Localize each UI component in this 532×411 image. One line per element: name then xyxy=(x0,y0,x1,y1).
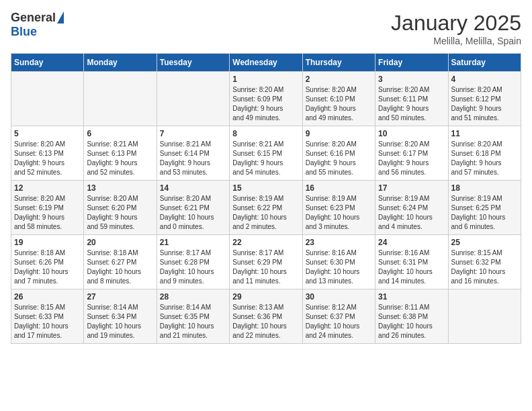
calendar-cell: 26Sunrise: 8:15 AM Sunset: 6:33 PM Dayli… xyxy=(11,289,84,344)
day-number: 15 xyxy=(232,183,299,193)
day-number: 20 xyxy=(87,238,153,247)
day-number: 5 xyxy=(14,129,81,138)
calendar-cell xyxy=(84,72,157,126)
calendar-cell: 23Sunrise: 8:16 AM Sunset: 6:30 PM Dayli… xyxy=(302,235,375,289)
cell-info: Sunrise: 8:20 AM Sunset: 6:13 PM Dayligh… xyxy=(14,140,81,177)
calendar-cell: 21Sunrise: 8:17 AM Sunset: 6:28 PM Dayli… xyxy=(157,235,229,289)
cell-info: Sunrise: 8:20 AM Sunset: 6:16 PM Dayligh… xyxy=(306,140,372,177)
calendar-cell: 30Sunrise: 8:12 AM Sunset: 6:37 PM Dayli… xyxy=(302,289,375,344)
day-number: 4 xyxy=(451,75,518,84)
day-header-wednesday: Wednesday xyxy=(230,54,302,72)
calendar-cell: 5Sunrise: 8:20 AM Sunset: 6:13 PM Daylig… xyxy=(11,126,84,181)
day-number: 19 xyxy=(14,238,81,247)
day-header-thursday: Thursday xyxy=(302,54,375,72)
cell-info: Sunrise: 8:20 AM Sunset: 6:17 PM Dayligh… xyxy=(378,140,445,177)
cell-info: Sunrise: 8:18 AM Sunset: 6:27 PM Dayligh… xyxy=(87,248,153,286)
cell-info: Sunrise: 8:21 AM Sunset: 6:15 PM Dayligh… xyxy=(232,140,299,177)
calendar-cell: 9Sunrise: 8:20 AM Sunset: 6:16 PM Daylig… xyxy=(302,126,375,181)
cell-info: Sunrise: 8:19 AM Sunset: 6:25 PM Dayligh… xyxy=(451,194,518,232)
week-row-5: 26Sunrise: 8:15 AM Sunset: 6:33 PM Dayli… xyxy=(11,289,521,344)
calendar-cell: 17Sunrise: 8:19 AM Sunset: 6:24 PM Dayli… xyxy=(375,181,448,235)
day-number: 17 xyxy=(378,183,445,193)
day-header-friday: Friday xyxy=(375,54,448,72)
cell-info: Sunrise: 8:13 AM Sunset: 6:36 PM Dayligh… xyxy=(232,303,299,340)
day-number: 2 xyxy=(306,75,372,84)
header: General Blue January 2025 Melilla, Melil… xyxy=(11,11,521,46)
cell-info: Sunrise: 8:20 AM Sunset: 6:21 PM Dayligh… xyxy=(160,194,226,232)
day-number: 31 xyxy=(378,292,445,302)
day-number: 13 xyxy=(87,183,153,193)
cell-info: Sunrise: 8:19 AM Sunset: 6:22 PM Dayligh… xyxy=(232,194,299,232)
calendar-cell: 18Sunrise: 8:19 AM Sunset: 6:25 PM Dayli… xyxy=(448,181,521,235)
calendar-cell: 16Sunrise: 8:19 AM Sunset: 6:23 PM Dayli… xyxy=(302,181,375,235)
calendar-cell: 29Sunrise: 8:13 AM Sunset: 6:36 PM Dayli… xyxy=(230,289,302,344)
day-number: 26 xyxy=(14,292,81,302)
cell-info: Sunrise: 8:15 AM Sunset: 6:32 PM Dayligh… xyxy=(451,248,518,286)
title-area: January 2025 Melilla, Melilla, Spain xyxy=(391,11,521,46)
day-number: 23 xyxy=(306,238,372,247)
calendar-cell: 11Sunrise: 8:20 AM Sunset: 6:18 PM Dayli… xyxy=(448,126,521,181)
day-number: 22 xyxy=(232,238,299,247)
day-number: 29 xyxy=(232,292,299,302)
cell-info: Sunrise: 8:21 AM Sunset: 6:13 PM Dayligh… xyxy=(87,140,153,177)
week-row-1: 1Sunrise: 8:20 AM Sunset: 6:09 PM Daylig… xyxy=(11,72,521,126)
cell-info: Sunrise: 8:21 AM Sunset: 6:14 PM Dayligh… xyxy=(160,140,226,177)
calendar-cell: 8Sunrise: 8:21 AM Sunset: 6:15 PM Daylig… xyxy=(230,126,302,181)
cell-info: Sunrise: 8:17 AM Sunset: 6:29 PM Dayligh… xyxy=(232,248,299,286)
calendar-cell: 2Sunrise: 8:20 AM Sunset: 6:10 PM Daylig… xyxy=(302,72,375,126)
day-number: 6 xyxy=(87,129,153,138)
calendar-cell: 1Sunrise: 8:20 AM Sunset: 6:09 PM Daylig… xyxy=(230,72,302,126)
day-number: 8 xyxy=(232,129,299,138)
cell-info: Sunrise: 8:20 AM Sunset: 6:18 PM Dayligh… xyxy=(451,140,518,177)
calendar-cell: 10Sunrise: 8:20 AM Sunset: 6:17 PM Dayli… xyxy=(375,126,448,181)
location-subtitle: Melilla, Melilla, Spain xyxy=(391,36,521,46)
week-row-2: 5Sunrise: 8:20 AM Sunset: 6:13 PM Daylig… xyxy=(11,126,521,181)
calendar-cell: 27Sunrise: 8:14 AM Sunset: 6:34 PM Dayli… xyxy=(84,289,157,344)
day-number: 16 xyxy=(306,183,372,193)
cell-info: Sunrise: 8:20 AM Sunset: 6:12 PM Dayligh… xyxy=(451,85,518,123)
day-header-saturday: Saturday xyxy=(448,54,521,72)
day-number: 14 xyxy=(160,183,226,193)
calendar-cell: 22Sunrise: 8:17 AM Sunset: 6:29 PM Dayli… xyxy=(230,235,302,289)
calendar-cell: 6Sunrise: 8:21 AM Sunset: 6:13 PM Daylig… xyxy=(84,126,157,181)
cell-info: Sunrise: 8:20 AM Sunset: 6:20 PM Dayligh… xyxy=(87,194,153,232)
cell-info: Sunrise: 8:18 AM Sunset: 6:26 PM Dayligh… xyxy=(14,248,81,286)
logo: General Blue xyxy=(11,11,64,39)
calendar-cell xyxy=(157,72,229,126)
calendar-cell: 15Sunrise: 8:19 AM Sunset: 6:22 PM Dayli… xyxy=(230,181,302,235)
calendar-cell: 13Sunrise: 8:20 AM Sunset: 6:20 PM Dayli… xyxy=(84,181,157,235)
logo-general-text: General xyxy=(11,11,56,25)
day-number: 21 xyxy=(160,238,226,247)
week-row-4: 19Sunrise: 8:18 AM Sunset: 6:26 PM Dayli… xyxy=(11,235,521,289)
day-number: 9 xyxy=(306,129,372,138)
cell-info: Sunrise: 8:12 AM Sunset: 6:37 PM Dayligh… xyxy=(306,303,372,340)
calendar-cell: 14Sunrise: 8:20 AM Sunset: 6:21 PM Dayli… xyxy=(157,181,229,235)
calendar-cell: 20Sunrise: 8:18 AM Sunset: 6:27 PM Dayli… xyxy=(84,235,157,289)
cell-info: Sunrise: 8:20 AM Sunset: 6:11 PM Dayligh… xyxy=(378,85,445,123)
calendar-cell: 31Sunrise: 8:11 AM Sunset: 6:38 PM Dayli… xyxy=(375,289,448,344)
cell-info: Sunrise: 8:17 AM Sunset: 6:28 PM Dayligh… xyxy=(160,248,226,286)
week-row-3: 12Sunrise: 8:20 AM Sunset: 6:19 PM Dayli… xyxy=(11,181,521,235)
cell-info: Sunrise: 8:16 AM Sunset: 6:30 PM Dayligh… xyxy=(306,248,372,286)
calendar-cell: 19Sunrise: 8:18 AM Sunset: 6:26 PM Dayli… xyxy=(11,235,84,289)
day-number: 10 xyxy=(378,129,445,138)
cell-info: Sunrise: 8:19 AM Sunset: 6:23 PM Dayligh… xyxy=(306,194,372,232)
calendar-cell: 7Sunrise: 8:21 AM Sunset: 6:14 PM Daylig… xyxy=(157,126,229,181)
logo-blue-text: Blue xyxy=(11,25,37,39)
cell-info: Sunrise: 8:20 AM Sunset: 6:10 PM Dayligh… xyxy=(306,85,372,123)
header-row: SundayMondayTuesdayWednesdayThursdayFrid… xyxy=(11,54,521,72)
day-number: 30 xyxy=(306,292,372,302)
day-number: 12 xyxy=(14,183,81,193)
day-number: 18 xyxy=(451,183,518,193)
cell-info: Sunrise: 8:20 AM Sunset: 6:09 PM Dayligh… xyxy=(232,85,299,123)
day-number: 25 xyxy=(451,238,518,247)
day-number: 3 xyxy=(378,75,445,84)
calendar-cell xyxy=(11,72,84,126)
calendar-cell: 3Sunrise: 8:20 AM Sunset: 6:11 PM Daylig… xyxy=(375,72,448,126)
cell-info: Sunrise: 8:11 AM Sunset: 6:38 PM Dayligh… xyxy=(378,303,445,340)
day-header-monday: Monday xyxy=(84,54,157,72)
day-number: 11 xyxy=(451,129,518,138)
calendar-cell: 28Sunrise: 8:14 AM Sunset: 6:35 PM Dayli… xyxy=(157,289,229,344)
day-number: 7 xyxy=(160,129,226,138)
day-number: 27 xyxy=(87,292,153,302)
